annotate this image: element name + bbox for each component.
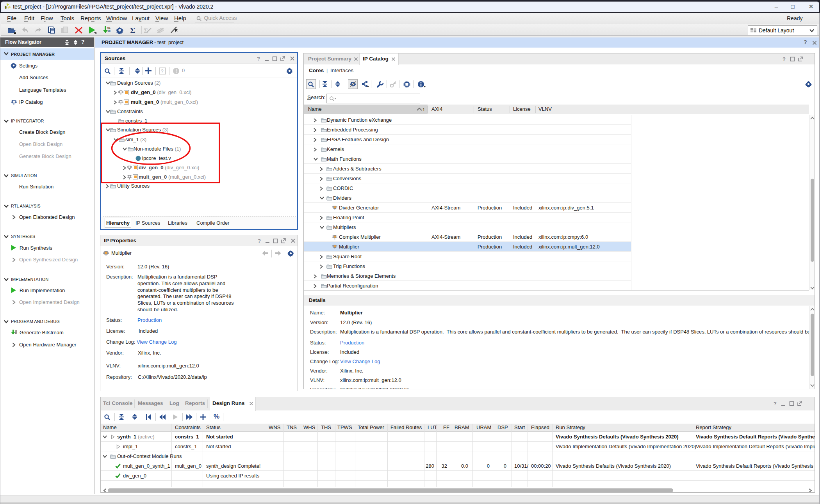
svg-text:1: 1 bbox=[422, 107, 425, 112]
svg-text:10: 10 bbox=[15, 332, 17, 334]
svg-text:01: 01 bbox=[107, 27, 111, 29]
svg-text:?: ? bbox=[258, 238, 261, 243]
svg-text:?: ? bbox=[783, 57, 786, 62]
svg-text:?: ? bbox=[774, 401, 777, 406]
svg-text:Σ: Σ bbox=[144, 27, 148, 34]
svg-text:10: 10 bbox=[107, 30, 111, 32]
svg-text:Σ: Σ bbox=[130, 26, 135, 34]
